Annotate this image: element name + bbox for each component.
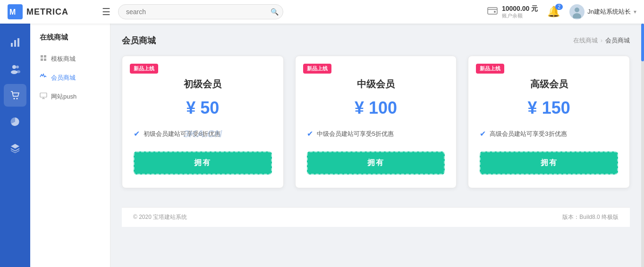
svg-point-5 <box>573 13 581 18</box>
balance-section: 10000.00 元 账户余额 <box>487 5 538 19</box>
scroll-indicator <box>641 24 644 267</box>
svg-point-14 <box>17 98 18 100</box>
card-title-mid: 中级会员 <box>307 78 445 91</box>
card-price-mid: ¥ 100 <box>307 98 445 118</box>
page-title: 会员商城 <box>122 35 156 46</box>
card-title-basic: 初级会员 <box>134 78 272 91</box>
svg-point-12 <box>17 70 20 73</box>
own-button-basic[interactable]: 拥有 <box>134 151 272 175</box>
template-store-label: 模板商城 <box>51 55 76 63</box>
breadcrumb-parent: 在线商城 <box>573 36 598 45</box>
svg-rect-6 <box>11 43 13 47</box>
svg-point-10 <box>11 70 17 74</box>
search-input[interactable] <box>118 4 283 19</box>
users-icon <box>10 64 20 74</box>
breadcrumb-separator: › <box>601 37 602 44</box>
pricing-card-basic: 新品上线 初级会员 ¥ 50 ✔ 初级会员建站可享受8折优惠 3KA.CN 拥有 <box>122 56 284 188</box>
card-price-basic: ¥ 50 <box>134 98 272 118</box>
cart-icon <box>10 90 20 100</box>
feature-item-mid: ✔ 中级会员建站可享受5折优惠 <box>307 129 445 138</box>
pricing-card-mid: 新品上线 中级会员 ¥ 100 ✔ 中级会员建站可享受5折优惠 拥有 <box>295 56 457 188</box>
sidebar-item-template-store[interactable]: 模板商城 <box>30 50 110 68</box>
check-icon-high: ✔ <box>480 129 486 138</box>
own-button-mid[interactable]: 拥有 <box>307 151 445 175</box>
sidebar-item-member-store[interactable]: 会员商城 <box>30 68 110 87</box>
feature-text-mid: 中级会员建站可享受5折优惠 <box>317 130 394 138</box>
member-store-icon <box>40 73 47 83</box>
website-push-icon <box>40 92 47 101</box>
balance-info: 10000.00 元 账户余额 <box>502 5 538 19</box>
card-features-high: ✔ 高级会员建站可享受3折优惠 <box>480 129 618 138</box>
notification-bell[interactable]: 🔔 2 <box>547 6 560 18</box>
check-icon-basic: ✔ <box>134 129 140 138</box>
chevron-down-icon: ▾ <box>634 8 636 15</box>
svg-marker-15 <box>11 144 19 149</box>
sidebar-item-website-push[interactable]: 网站push <box>30 87 110 106</box>
card-price-high: ¥ 150 <box>480 98 618 118</box>
search-box: 🔍 <box>118 4 283 19</box>
member-store-label: 会员商城 <box>51 74 76 82</box>
layers-icon <box>10 143 20 153</box>
avatar <box>569 4 585 19</box>
header-right: 10000.00 元 账户余额 🔔 2 Jn建站系统站长 ▾ <box>487 4 636 19</box>
logo: M METRICA <box>8 4 102 19</box>
notification-badge: 2 <box>555 4 563 10</box>
own-button-high[interactable]: 拥有 <box>480 151 618 175</box>
pricing-cards-grid: 新品上线 初级会员 ¥ 50 ✔ 初级会员建站可享受8折优惠 3KA.CN 拥有… <box>122 56 630 188</box>
scroll-thumb <box>641 24 644 61</box>
wallet-icon <box>487 5 498 18</box>
footer-copyright: © 2020 宝塔建站系统 <box>133 213 187 221</box>
footer-version: 版本：Build8.0 终极版 <box>562 213 619 221</box>
sub-sidebar-title: 在线商城 <box>30 33 110 50</box>
hamburger-icon[interactable]: ☰ <box>102 6 110 17</box>
card-features-basic: ✔ 初级会员建站可享受8折优惠 3KA.CN <box>134 129 272 138</box>
website-push-label: 网站push <box>51 92 76 101</box>
card-title-high: 高级会员 <box>480 78 618 91</box>
main-content: 会员商城 在线商城 › 会员商城 新品上线 初级会员 ¥ 50 ✔ 初级会员建站… <box>110 24 641 267</box>
breadcrumb: 在线商城 › 会员商城 <box>573 36 630 45</box>
user-name: Jn建站系统站长 <box>587 8 631 16</box>
sidebar <box>0 24 30 267</box>
svg-point-13 <box>14 98 15 100</box>
sidebar-item-chart[interactable] <box>4 31 26 54</box>
svg-point-4 <box>575 8 579 12</box>
new-badge-mid: 新品上线 <box>303 64 331 74</box>
breadcrumb-current: 会员商城 <box>605 36 630 45</box>
search-icon: 🔍 <box>271 8 279 16</box>
header: M METRICA ☰ 🔍 10000.00 元 账户余额 🔔 2 <box>0 0 644 24</box>
svg-rect-2 <box>488 8 497 14</box>
svg-rect-16 <box>40 93 47 97</box>
sidebar-item-layers[interactable] <box>4 137 26 159</box>
feature-text-basic: 初级会员建站可享受8折优惠 <box>144 130 220 138</box>
template-store-icon <box>40 54 47 64</box>
chart-icon <box>10 37 20 48</box>
sidebar-item-users[interactable] <box>4 58 26 80</box>
logo-icon: M <box>8 4 23 19</box>
feature-item-high: ✔ 高级会员建站可享受3折优惠 <box>480 129 618 138</box>
svg-point-11 <box>16 66 19 68</box>
svg-rect-7 <box>14 40 16 47</box>
new-badge-high: 新品上线 <box>476 64 504 74</box>
avatar-icon <box>570 5 584 18</box>
page-header: 会员商城 在线商城 › 会员商城 <box>122 35 630 46</box>
user-menu[interactable]: Jn建站系统站长 ▾ <box>569 4 636 19</box>
pie-icon <box>10 117 20 127</box>
logo-text: METRICA <box>26 7 68 17</box>
svg-point-9 <box>12 65 16 69</box>
svg-text:M: M <box>9 8 16 16</box>
page-footer: © 2020 宝塔建站系统 版本：Build8.0 终极版 <box>122 207 630 227</box>
pricing-card-high: 新品上线 高级会员 ¥ 150 ✔ 高级会员建站可享受3折优惠 拥有 <box>468 56 630 188</box>
sidebar-item-cart[interactable] <box>4 84 26 107</box>
svg-point-3 <box>494 11 496 13</box>
feature-item-basic: ✔ 初级会员建站可享受8折优惠 <box>134 129 272 138</box>
svg-rect-8 <box>17 38 19 47</box>
balance-amount: 10000.00 元 <box>502 5 538 13</box>
sub-sidebar: 在线商城 模板商城 会员商城 网站push <box>30 24 110 267</box>
new-badge-basic: 新品上线 <box>130 64 158 74</box>
main-layout: 在线商城 模板商城 会员商城 网站push 会员商城 在线商城 › <box>0 24 644 267</box>
feature-text-high: 高级会员建站可享受3折优惠 <box>490 130 567 138</box>
card-features-mid: ✔ 中级会员建站可享受5折优惠 <box>307 129 445 138</box>
sidebar-item-pie[interactable] <box>4 110 26 133</box>
check-icon-mid: ✔ <box>307 129 313 138</box>
balance-label: 账户余额 <box>502 13 538 19</box>
